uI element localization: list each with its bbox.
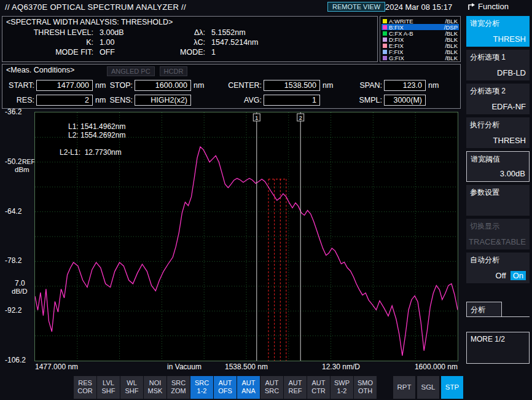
toolbar-button-line2: SHF [120, 387, 143, 395]
meas-conditions-title: <Meas. Conditions> [6, 66, 74, 74]
spectrum-plot[interactable]: 12 L1: 1541.4962nm L2: 1554.2692nm L2-L1… [34, 112, 458, 361]
y-axis-unit: dBm [15, 166, 29, 173]
analysis-tab-divider [466, 316, 530, 317]
trace-legend-row[interactable]: F:FIX/BLK [381, 49, 459, 55]
toolbar-button-src-1-2[interactable]: SRC1-2 [190, 376, 213, 399]
toolbar-button-aut-ofs[interactable]: AUTOFS [214, 376, 237, 399]
auto-analysis-toggle: OffOn [496, 271, 526, 280]
meas-field-value[interactable]: 123.0 [384, 80, 426, 91]
trace-legend-row[interactable]: D:FIX/BLK [381, 36, 459, 42]
app-title: // AQ6370E OPTICAL SPECTRUM ANALYZER // [5, 2, 186, 12]
toolbar-button-line2: ANA [237, 387, 260, 395]
softkey-execute-analysis[interactable]: 执行分析THRESH [466, 117, 530, 148]
softkey-value: EDFA-NF [491, 102, 526, 111]
softkey-list: 谱宽分析THRESH分析选项 1DFB-LD分析选项 2EDFA-NF执行分析T… [466, 16, 530, 364]
analysis-label: K: [2, 37, 93, 47]
analysis-label: Δλ: [168, 28, 205, 37]
toolbar-button-lvl-shf[interactable]: LVLSHF [97, 376, 120, 399]
toolbar-button-res-cor[interactable]: RESCOR [74, 376, 96, 399]
softkey-spectral-width-analysis[interactable]: 谱宽分析THRESH [466, 16, 530, 47]
trace-legend-row[interactable]: E:FIX/BLK [381, 42, 459, 49]
analysis-panel-title: <SPECTRAL WIDTH ANALYSIS: THRESHOLD> [2, 17, 377, 28]
meas-field-label: SPAN: [328, 80, 382, 92]
auto-analysis-off[interactable]: Off [496, 271, 506, 280]
trace-legend-row[interactable]: B:FIX/DSP [381, 24, 459, 30]
analysis-tab[interactable]: 分析 [466, 302, 502, 316]
softkey-analysis-option-1[interactable]: 分析选项 1DFB-LD [466, 50, 530, 80]
connector-badge: HCDR [160, 66, 188, 76]
toolbar-button-line1: AUT [307, 379, 330, 387]
toolbar-button-wl-shf[interactable]: WLSHF [120, 376, 143, 399]
function-menu-header: Function [467, 2, 509, 11]
svg-text:1: 1 [255, 115, 258, 121]
softkey-label: 自动分析 [470, 255, 499, 265]
x-axis: 1477.000 nm in Vacuum 1538.500 nm 12.30 … [0, 363, 464, 372]
toolbar-button-line1: SWP [331, 379, 353, 387]
softkey-auto-analysis[interactable]: 自动分析OffOn [466, 253, 530, 283]
toolbar-button-line1: RES [74, 379, 96, 387]
toolbar-button-line2: CTR [307, 387, 330, 395]
analysis-value: 1.00 [93, 37, 168, 47]
more-button[interactable]: MORE 1/2 [466, 332, 530, 364]
meas-field-value[interactable]: 1538.500 [264, 80, 320, 91]
softkey-parameter-setup[interactable]: 参数设置 [466, 185, 530, 216]
analysis-result-row: THRESH LEVEL:3.00dBΔλ:5.1552nm [2, 28, 377, 37]
softkey-label: 谱宽阈值 [471, 154, 500, 165]
softkey-spectral-width-threshold[interactable]: 谱宽阈值3.00dB [466, 151, 530, 182]
meas-conditions-panel: <Meas. Conditions> ANGLED PCHCDR START:1… [2, 64, 461, 109]
softkey-value: DFB-LD [497, 68, 526, 77]
trace-legend-row[interactable]: C:FX A-B/BLK [381, 30, 459, 36]
sweep-button-stp[interactable]: STP [441, 376, 463, 399]
analysis-value: 1547.5214nm [205, 37, 258, 47]
toolbar-button-aut-ref[interactable]: AUTREF [284, 376, 307, 399]
auto-analysis-on[interactable]: On [510, 271, 526, 280]
toolbar-button-swp-1-2[interactable]: SWP1-2 [331, 376, 353, 399]
softkey-value: THRESH [493, 136, 526, 145]
connector-badges: ANGLED PCHCDR [107, 66, 187, 76]
toolbar-button-aut-ana[interactable]: AUTANA [237, 376, 260, 399]
softkey-analysis-option-2[interactable]: 分析选项 2EDFA-NF [466, 84, 530, 114]
meas-field-label: CENTER: [199, 80, 262, 92]
meas-field-value[interactable]: HIGH2(x2) [135, 95, 191, 106]
meas-row: RES:2nmSENS:HIGH2(x2)AVG:1SMPL:3000(M) [2, 95, 460, 107]
y-axis: REF dBm 7.0 dB/D -36.2-50.2-64.2-78.2-92… [0, 112, 34, 361]
sweep-button-sgl[interactable]: SGL [417, 376, 439, 399]
sweep-button-rpt[interactable]: RPT [393, 376, 415, 399]
softkey-label: 分析选项 2 [470, 86, 506, 96]
softkey-value: TRACE&TABLE [469, 237, 526, 246]
softkey-switch-display[interactable]: 切换显示TRACE&TABLE [466, 219, 530, 249]
toolbar-button-aut-src[interactable]: AUTSRC [260, 376, 283, 399]
toolbar-button-src-zom[interactable]: SRCZOM [167, 376, 190, 399]
toolbar-button-line2: COR [74, 387, 96, 395]
softkey-label: 参数设置 [470, 187, 499, 198]
softkey-label: 切换显示 [470, 221, 499, 232]
marker-l2-readout: L2: 1554.2692nm [68, 131, 125, 139]
meas-field-value[interactable]: 1 [264, 95, 320, 106]
toolbar-button-noi-msk[interactable]: NOIMSK [144, 376, 166, 399]
toolbar-button-aut-ctr[interactable]: AUTCTR [307, 376, 330, 399]
y-axis-tick: -64.2 [5, 207, 22, 216]
softkey-sidebar: Function 谱宽分析THRESH分析选项 1DFB-LD分析选项 2EDF… [464, 0, 532, 400]
meas-field-value[interactable]: 1600.000 [135, 80, 191, 91]
trace-color-swatch [383, 37, 387, 42]
toolbar-button-line1: SMO [354, 379, 377, 387]
meas-field-label: START: [2, 80, 34, 92]
meas-field-value[interactable]: 3000(M) [384, 95, 426, 106]
x-axis-center-label: 1538.500 nm [209, 363, 283, 371]
toolbar-button-line2: OTH [354, 387, 377, 395]
trace-legend-row[interactable]: G:FIX/BLK [381, 55, 459, 61]
trace-color-swatch [383, 25, 387, 29]
marker-delta-readout: L2-L1: 12.7730nm [60, 148, 122, 157]
toolbar-button-line2: MSK [144, 387, 166, 395]
meas-field-label: RES: [2, 95, 34, 106]
analysis-label: λC: [168, 37, 205, 47]
trace-legend-row[interactable]: A:WRITE/BLK [381, 18, 459, 24]
remote-view-badge: REMOTE VIEW [327, 2, 385, 12]
trace-color-swatch [383, 44, 387, 48]
toolbar-button-smo-oth[interactable]: SMOOTH [354, 376, 377, 399]
analysis-result-row: MODE FIT:OFFMODE:1 [2, 47, 377, 57]
function-menu-label: Function [478, 2, 509, 11]
threshold-region [268, 179, 286, 361]
x-axis-start-label: 1477.000 nm [35, 363, 78, 371]
toolbar-button-line1: SRC [190, 379, 213, 387]
